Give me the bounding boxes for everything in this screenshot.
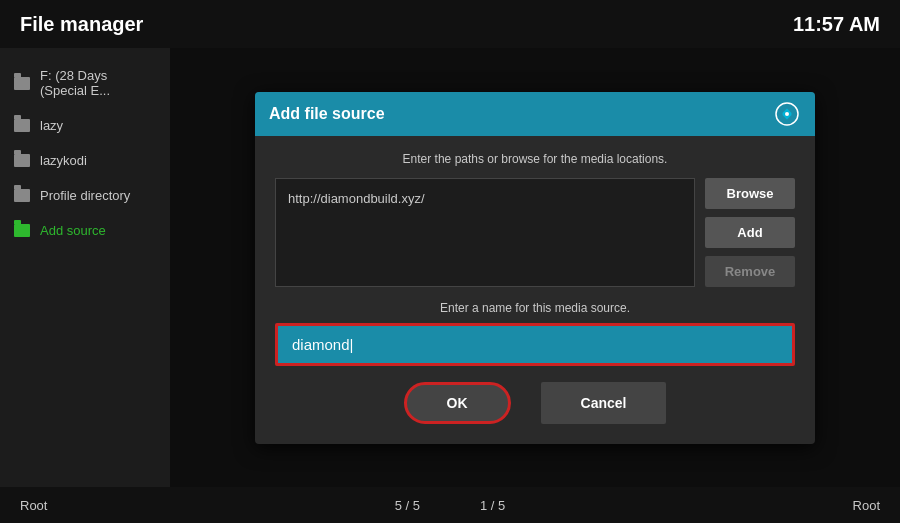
footer: Root 5 / 5 1 / 5 Root — [0, 487, 900, 523]
dialog-title: Add file source — [269, 105, 385, 123]
remove-button: Remove — [705, 256, 795, 287]
folder-icon — [14, 189, 30, 202]
sidebar-item-label: lazykodi — [40, 153, 87, 168]
sidebar-item-lazykodi[interactable]: lazykodi — [0, 143, 170, 178]
footer-page-left: 5 / 5 — [395, 498, 420, 513]
sidebar-item-profile-directory[interactable]: Profile directory — [0, 178, 170, 213]
folder-icon — [14, 154, 30, 167]
modal-overlay: Add file source Enter the paths or brows… — [170, 48, 900, 487]
name-input-wrapper — [275, 323, 795, 366]
dialog-header: Add file source — [255, 92, 815, 136]
browse-button[interactable]: Browse — [705, 178, 795, 209]
add-button[interactable]: Add — [705, 217, 795, 248]
dialog-actions: OK Cancel — [275, 382, 795, 424]
dialog-close-button[interactable] — [773, 100, 801, 128]
kodi-icon — [775, 102, 799, 126]
footer-page-right: 1 / 5 — [480, 498, 505, 513]
header: File manager 11:57 AM — [0, 0, 900, 48]
folder-icon — [14, 119, 30, 132]
path-buttons: Browse Add Remove — [705, 178, 795, 287]
footer-right: Root — [853, 498, 880, 513]
app-title: File manager — [20, 13, 143, 36]
footer-center: 5 / 5 1 / 5 — [395, 498, 506, 513]
sidebar-item-label: Profile directory — [40, 188, 130, 203]
dialog-body: Enter the paths or browse for the media … — [255, 136, 815, 444]
clock: 11:57 AM — [793, 13, 880, 36]
ok-button[interactable]: OK — [404, 382, 511, 424]
svg-point-1 — [785, 112, 789, 116]
sidebar-item-label: Add source — [40, 223, 106, 238]
folder-icon — [14, 77, 30, 90]
path-box: http://diamondbuild.xyz/ — [275, 178, 695, 287]
name-instruction: Enter a name for this media source. — [275, 301, 795, 315]
sidebar-item-lazy[interactable]: lazy — [0, 108, 170, 143]
sidebar-item-f28days[interactable]: F: (28 Days (Special E... — [0, 58, 170, 108]
footer-left: Root — [20, 498, 47, 513]
add-file-source-dialog: Add file source Enter the paths or brows… — [255, 92, 815, 444]
media-source-name-input[interactable] — [275, 323, 795, 366]
path-row: http://diamondbuild.xyz/ Browse Add Remo… — [275, 178, 795, 287]
path-value: http://diamondbuild.xyz/ — [288, 191, 425, 206]
folder-icon — [14, 224, 30, 237]
sidebar-item-label: lazy — [40, 118, 63, 133]
path-instruction: Enter the paths or browse for the media … — [275, 152, 795, 166]
sidebar: F: (28 Days (Special E... lazy lazykodi … — [0, 48, 170, 487]
sidebar-item-label: F: (28 Days (Special E... — [40, 68, 156, 98]
sidebar-item-add-source[interactable]: Add source — [0, 213, 170, 248]
cancel-button[interactable]: Cancel — [541, 382, 667, 424]
